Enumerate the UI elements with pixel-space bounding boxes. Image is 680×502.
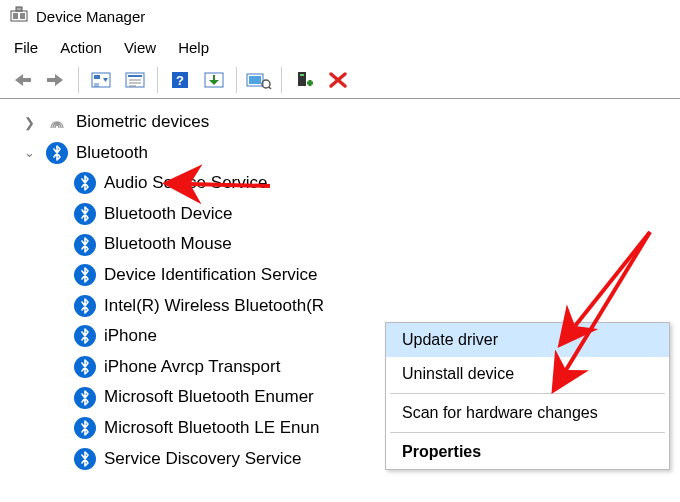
svg-line-15 bbox=[269, 87, 271, 89]
menu-file[interactable]: File bbox=[14, 39, 38, 56]
fingerprint-icon bbox=[46, 111, 68, 133]
ctx-scan-hardware[interactable]: Scan for hardware changes bbox=[386, 396, 669, 430]
svg-rect-5 bbox=[94, 75, 100, 79]
bluetooth-icon bbox=[74, 234, 96, 256]
ctx-separator bbox=[390, 393, 665, 394]
forward-arrow-icon[interactable] bbox=[40, 66, 72, 94]
bluetooth-icon bbox=[74, 203, 96, 225]
ctx-properties[interactable]: Properties bbox=[386, 435, 669, 469]
tree-label: iPhone bbox=[104, 321, 157, 352]
titlebar: Device Manager bbox=[0, 0, 680, 33]
tree-label: Bluetooth Mouse bbox=[104, 229, 232, 260]
menu-help[interactable]: Help bbox=[178, 39, 209, 56]
ctx-update-driver[interactable]: Update driver bbox=[386, 323, 669, 357]
tree-label: Biometric devices bbox=[76, 107, 209, 138]
menu-action[interactable]: Action bbox=[60, 39, 102, 56]
properties-icon-tb[interactable] bbox=[119, 66, 151, 94]
bluetooth-icon bbox=[74, 325, 96, 347]
help-icon[interactable]: ? bbox=[164, 66, 196, 94]
tree-label: Bluetooth Device bbox=[104, 199, 233, 230]
ctx-separator bbox=[390, 432, 665, 433]
tree-label: Microsoft Bluetooth Enumer bbox=[104, 382, 314, 413]
svg-rect-13 bbox=[249, 76, 261, 84]
tree-label: Intel(R) Wireless Bluetooth(R bbox=[104, 291, 324, 322]
tree-label: Device Identification Service bbox=[104, 260, 318, 291]
tree-node-bluetooth-child[interactable]: Bluetooth Mouse bbox=[52, 229, 680, 260]
tree-label: iPhone Avrcp Transport bbox=[104, 352, 280, 383]
bluetooth-icon bbox=[74, 387, 96, 409]
tree-label: Microsoft Bluetooth LE Enun bbox=[104, 413, 319, 444]
tree-label: Audio Source Service bbox=[104, 168, 267, 199]
tree-node-bluetooth[interactable]: ⌄ Bluetooth bbox=[24, 138, 680, 169]
toolbar-separator bbox=[157, 67, 158, 93]
ctx-uninstall-device[interactable]: Uninstall device bbox=[386, 357, 669, 391]
tree-label: Service Discovery Service bbox=[104, 444, 301, 475]
back-arrow-icon[interactable] bbox=[6, 66, 38, 94]
toolbar: ? bbox=[0, 64, 680, 99]
window-title: Device Manager bbox=[36, 8, 145, 25]
toolbar-separator bbox=[281, 67, 282, 93]
menubar: File Action View Help bbox=[0, 33, 680, 64]
tree-node-bluetooth-child[interactable]: Device Identification Service bbox=[52, 260, 680, 291]
tree-node-bluetooth-child[interactable]: Intel(R) Wireless Bluetooth(R bbox=[52, 291, 680, 322]
device-manager-icon bbox=[10, 6, 28, 27]
bluetooth-icon bbox=[74, 417, 96, 439]
bluetooth-icon bbox=[46, 142, 68, 164]
svg-rect-1 bbox=[13, 13, 18, 19]
svg-rect-3 bbox=[16, 7, 22, 11]
action-icon[interactable] bbox=[198, 66, 230, 94]
remove-icon[interactable] bbox=[322, 66, 354, 94]
bluetooth-icon bbox=[74, 264, 96, 286]
context-menu: Update driver Uninstall device Scan for … bbox=[385, 322, 670, 470]
bluetooth-icon bbox=[74, 172, 96, 194]
tree-label: Bluetooth bbox=[76, 138, 148, 169]
bluetooth-icon bbox=[74, 295, 96, 317]
svg-rect-2 bbox=[20, 13, 25, 19]
chevron-right-icon[interactable]: ❯ bbox=[24, 111, 38, 134]
tree-node-bluetooth-child[interactable]: Bluetooth Device bbox=[52, 199, 680, 230]
bluetooth-icon bbox=[74, 448, 96, 470]
add-device-icon[interactable] bbox=[288, 66, 320, 94]
toolbar-separator bbox=[78, 67, 79, 93]
bluetooth-icon bbox=[74, 356, 96, 378]
svg-text:?: ? bbox=[176, 73, 184, 88]
svg-rect-11 bbox=[213, 75, 215, 81]
tree-node-bluetooth-child[interactable]: Audio Source Service bbox=[52, 168, 680, 199]
toolbar-separator bbox=[236, 67, 237, 93]
tree-node-biometric[interactable]: ❯ Biometric devices bbox=[24, 107, 680, 138]
svg-rect-7 bbox=[128, 75, 142, 77]
chevron-down-icon[interactable]: ⌄ bbox=[24, 141, 38, 164]
show-hidden-icon[interactable] bbox=[85, 66, 117, 94]
svg-rect-17 bbox=[300, 74, 304, 76]
scan-icon[interactable] bbox=[243, 66, 275, 94]
menu-view[interactable]: View bbox=[124, 39, 156, 56]
